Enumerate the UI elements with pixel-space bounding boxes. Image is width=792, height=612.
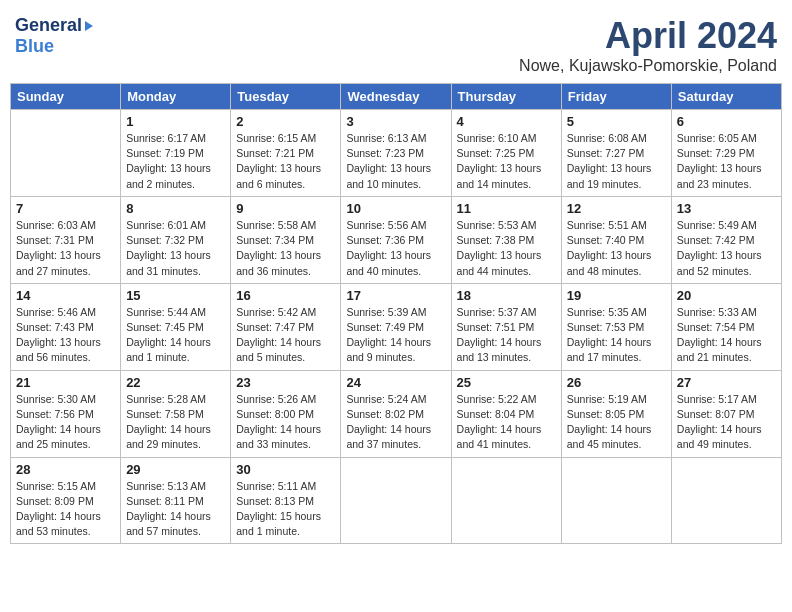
day-number: 4 <box>457 114 556 129</box>
calendar-cell: 24Sunrise: 5:24 AMSunset: 8:02 PMDayligh… <box>341 370 451 457</box>
day-number: 23 <box>236 375 335 390</box>
calendar-weekday-sunday: Sunday <box>11 84 121 110</box>
day-number: 25 <box>457 375 556 390</box>
calendar-cell <box>11 110 121 197</box>
logo: General Blue <box>15 15 93 57</box>
calendar-cell: 28Sunrise: 5:15 AMSunset: 8:09 PMDayligh… <box>11 457 121 544</box>
calendar-cell: 6Sunrise: 6:05 AMSunset: 7:29 PMDaylight… <box>671 110 781 197</box>
calendar-cell: 10Sunrise: 5:56 AMSunset: 7:36 PMDayligh… <box>341 196 451 283</box>
day-info: Sunrise: 5:51 AMSunset: 7:40 PMDaylight:… <box>567 218 666 279</box>
day-info: Sunrise: 5:37 AMSunset: 7:51 PMDaylight:… <box>457 305 556 366</box>
day-number: 16 <box>236 288 335 303</box>
calendar-cell: 2Sunrise: 6:15 AMSunset: 7:21 PMDaylight… <box>231 110 341 197</box>
calendar-cell: 3Sunrise: 6:13 AMSunset: 7:23 PMDaylight… <box>341 110 451 197</box>
calendar-week-row-0: 1Sunrise: 6:17 AMSunset: 7:19 PMDaylight… <box>11 110 782 197</box>
day-number: 22 <box>126 375 225 390</box>
day-number: 1 <box>126 114 225 129</box>
day-number: 30 <box>236 462 335 477</box>
day-number: 13 <box>677 201 776 216</box>
day-info: Sunrise: 5:28 AMSunset: 7:58 PMDaylight:… <box>126 392 225 453</box>
logo-blue: Blue <box>15 36 54 56</box>
calendar-cell <box>451 457 561 544</box>
day-number: 15 <box>126 288 225 303</box>
day-number: 7 <box>16 201 115 216</box>
day-info: Sunrise: 5:46 AMSunset: 7:43 PMDaylight:… <box>16 305 115 366</box>
title-block: April 2024 Nowe, Kujawsko-Pomorskie, Pol… <box>519 15 777 75</box>
calendar-weekday-monday: Monday <box>121 84 231 110</box>
calendar-cell: 7Sunrise: 6:03 AMSunset: 7:31 PMDaylight… <box>11 196 121 283</box>
day-info: Sunrise: 5:15 AMSunset: 8:09 PMDaylight:… <box>16 479 115 540</box>
calendar-cell: 23Sunrise: 5:26 AMSunset: 8:00 PMDayligh… <box>231 370 341 457</box>
day-info: Sunrise: 5:56 AMSunset: 7:36 PMDaylight:… <box>346 218 445 279</box>
calendar-cell: 20Sunrise: 5:33 AMSunset: 7:54 PMDayligh… <box>671 283 781 370</box>
title-location: Nowe, Kujawsko-Pomorskie, Poland <box>519 57 777 75</box>
day-number: 5 <box>567 114 666 129</box>
calendar-cell: 26Sunrise: 5:19 AMSunset: 8:05 PMDayligh… <box>561 370 671 457</box>
calendar-weekday-saturday: Saturday <box>671 84 781 110</box>
calendar-weekday-friday: Friday <box>561 84 671 110</box>
day-info: Sunrise: 5:19 AMSunset: 8:05 PMDaylight:… <box>567 392 666 453</box>
day-info: Sunrise: 6:05 AMSunset: 7:29 PMDaylight:… <box>677 131 776 192</box>
day-number: 12 <box>567 201 666 216</box>
calendar-table: SundayMondayTuesdayWednesdayThursdayFrid… <box>10 83 782 544</box>
day-info: Sunrise: 5:26 AMSunset: 8:00 PMDaylight:… <box>236 392 335 453</box>
day-info: Sunrise: 5:13 AMSunset: 8:11 PMDaylight:… <box>126 479 225 540</box>
calendar-week-row-3: 21Sunrise: 5:30 AMSunset: 7:56 PMDayligh… <box>11 370 782 457</box>
day-number: 11 <box>457 201 556 216</box>
calendar-header-row: SundayMondayTuesdayWednesdayThursdayFrid… <box>11 84 782 110</box>
calendar-cell: 14Sunrise: 5:46 AMSunset: 7:43 PMDayligh… <box>11 283 121 370</box>
day-number: 24 <box>346 375 445 390</box>
day-info: Sunrise: 6:10 AMSunset: 7:25 PMDaylight:… <box>457 131 556 192</box>
day-info: Sunrise: 6:13 AMSunset: 7:23 PMDaylight:… <box>346 131 445 192</box>
calendar-cell <box>561 457 671 544</box>
day-info: Sunrise: 5:39 AMSunset: 7:49 PMDaylight:… <box>346 305 445 366</box>
day-number: 29 <box>126 462 225 477</box>
calendar-cell: 9Sunrise: 5:58 AMSunset: 7:34 PMDaylight… <box>231 196 341 283</box>
day-info: Sunrise: 6:01 AMSunset: 7:32 PMDaylight:… <box>126 218 225 279</box>
calendar-cell: 1Sunrise: 6:17 AMSunset: 7:19 PMDaylight… <box>121 110 231 197</box>
day-info: Sunrise: 6:08 AMSunset: 7:27 PMDaylight:… <box>567 131 666 192</box>
title-month-year: April 2024 <box>519 15 777 57</box>
calendar-cell: 12Sunrise: 5:51 AMSunset: 7:40 PMDayligh… <box>561 196 671 283</box>
day-number: 17 <box>346 288 445 303</box>
logo-triangle-icon <box>85 21 93 31</box>
calendar-cell: 18Sunrise: 5:37 AMSunset: 7:51 PMDayligh… <box>451 283 561 370</box>
day-number: 3 <box>346 114 445 129</box>
calendar-cell: 22Sunrise: 5:28 AMSunset: 7:58 PMDayligh… <box>121 370 231 457</box>
day-number: 28 <box>16 462 115 477</box>
calendar-cell: 25Sunrise: 5:22 AMSunset: 8:04 PMDayligh… <box>451 370 561 457</box>
day-info: Sunrise: 5:53 AMSunset: 7:38 PMDaylight:… <box>457 218 556 279</box>
calendar-week-row-2: 14Sunrise: 5:46 AMSunset: 7:43 PMDayligh… <box>11 283 782 370</box>
day-number: 2 <box>236 114 335 129</box>
day-info: Sunrise: 6:17 AMSunset: 7:19 PMDaylight:… <box>126 131 225 192</box>
calendar-cell: 4Sunrise: 6:10 AMSunset: 7:25 PMDaylight… <box>451 110 561 197</box>
calendar-cell: 29Sunrise: 5:13 AMSunset: 8:11 PMDayligh… <box>121 457 231 544</box>
calendar-cell: 16Sunrise: 5:42 AMSunset: 7:47 PMDayligh… <box>231 283 341 370</box>
calendar-cell: 11Sunrise: 5:53 AMSunset: 7:38 PMDayligh… <box>451 196 561 283</box>
calendar-cell <box>341 457 451 544</box>
day-info: Sunrise: 5:44 AMSunset: 7:45 PMDaylight:… <box>126 305 225 366</box>
day-number: 8 <box>126 201 225 216</box>
calendar-weekday-wednesday: Wednesday <box>341 84 451 110</box>
day-info: Sunrise: 5:17 AMSunset: 8:07 PMDaylight:… <box>677 392 776 453</box>
day-number: 20 <box>677 288 776 303</box>
day-info: Sunrise: 5:49 AMSunset: 7:42 PMDaylight:… <box>677 218 776 279</box>
day-info: Sunrise: 6:15 AMSunset: 7:21 PMDaylight:… <box>236 131 335 192</box>
calendar-cell: 15Sunrise: 5:44 AMSunset: 7:45 PMDayligh… <box>121 283 231 370</box>
calendar-cell: 27Sunrise: 5:17 AMSunset: 8:07 PMDayligh… <box>671 370 781 457</box>
day-number: 18 <box>457 288 556 303</box>
day-info: Sunrise: 5:35 AMSunset: 7:53 PMDaylight:… <box>567 305 666 366</box>
calendar-weekday-tuesday: Tuesday <box>231 84 341 110</box>
day-number: 26 <box>567 375 666 390</box>
calendar-cell <box>671 457 781 544</box>
calendar-cell: 30Sunrise: 5:11 AMSunset: 8:13 PMDayligh… <box>231 457 341 544</box>
calendar-weekday-thursday: Thursday <box>451 84 561 110</box>
day-number: 21 <box>16 375 115 390</box>
calendar-week-row-4: 28Sunrise: 5:15 AMSunset: 8:09 PMDayligh… <box>11 457 782 544</box>
calendar-cell: 21Sunrise: 5:30 AMSunset: 7:56 PMDayligh… <box>11 370 121 457</box>
calendar-week-row-1: 7Sunrise: 6:03 AMSunset: 7:31 PMDaylight… <box>11 196 782 283</box>
calendar-cell: 13Sunrise: 5:49 AMSunset: 7:42 PMDayligh… <box>671 196 781 283</box>
day-info: Sunrise: 5:11 AMSunset: 8:13 PMDaylight:… <box>236 479 335 540</box>
day-info: Sunrise: 5:24 AMSunset: 8:02 PMDaylight:… <box>346 392 445 453</box>
calendar-cell: 17Sunrise: 5:39 AMSunset: 7:49 PMDayligh… <box>341 283 451 370</box>
